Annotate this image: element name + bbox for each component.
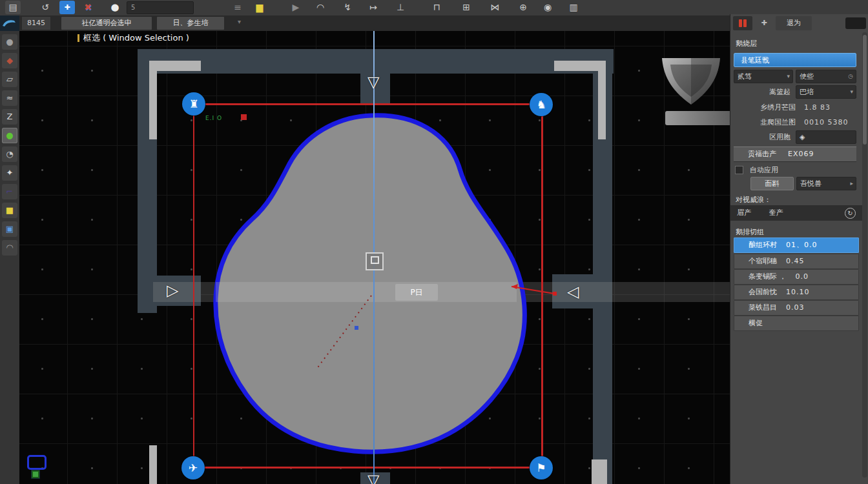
mode-dropdown[interactable]: 吾悦兽 ▸ [796, 177, 856, 190]
type-field-value: 使些 [800, 72, 814, 81]
modifier-item-4[interactable]: 会国前忱 10.10 [734, 285, 859, 300]
left-toolbar: ● ◆ ▱ ≈ Z ● ◔ ✦ ⌐ ■ ▣ ◠ [0, 31, 20, 484]
star-tool[interactable]: ✦ [2, 165, 17, 181]
type-field[interactable]: 使些 ◷ [796, 70, 856, 83]
cursor-icon[interactable]: ▶ [288, 1, 304, 14]
undo-icon[interactable]: ↺ [37, 1, 53, 14]
modifier-item-6[interactable]: 横促 [734, 316, 859, 331]
stat2-label: 韭爬国兰图 [734, 116, 798, 129]
auto-apply-label: 自动应用 [750, 163, 778, 177]
handle-mid-right[interactable]: ◁ [567, 284, 579, 299]
blob-brush-tool[interactable]: ● [2, 128, 17, 143]
modifier-item-2[interactable]: 个宿耶穗 0.45 [734, 254, 859, 269]
export-button[interactable]: 贡福击产 EX069 [734, 146, 856, 162]
polygon-tool[interactable]: ▱ [2, 72, 17, 87]
handle-bottom-right[interactable]: ⚑ [530, 456, 553, 479]
clock-icon: ◷ [848, 70, 853, 83]
target-icon[interactable]: ⊕ [515, 1, 531, 14]
preset-field[interactable]: 5 [127, 1, 194, 14]
chevron-down-icon: ▾ [850, 86, 853, 98]
selection-edge-bottom[interactable] [193, 467, 542, 469]
tab-document-2[interactable]: 日、参生培 [157, 17, 224, 30]
properties-panel: ✚ 退为 鹅烧层 县笔廷戬 贰笃 ▾ 使些 ◷ 嵩篮起 巴培 ▾ 乡绣月芒国 1… [730, 14, 868, 484]
material-label: 嵩篮起 [734, 85, 793, 99]
modifier-item-5-label: 菜铁昌目 [734, 301, 777, 315]
pick-field[interactable]: ◈ [796, 130, 856, 144]
panel-scrollbar-thumb[interactable] [863, 35, 867, 145]
frame-icon[interactable]: ▤ [5, 1, 21, 14]
shield-logo [639, 52, 730, 136]
viewport-canvas[interactable]: ♜ ♞ ✈ ⚑ ▽ ▽ ▷ ◁ E.I O P日 框选 ( Window Sel… [19, 31, 730, 484]
mirror-icon[interactable]: ⋈ [487, 1, 502, 14]
view-option-a[interactable]: 眉产 [730, 208, 751, 217]
arc-icon[interactable]: ◠ [313, 1, 328, 14]
primary-action-button[interactable]: 县笔廷戬 [734, 53, 856, 67]
view-option-b[interactable]: 奎产 [754, 208, 783, 217]
zigzag-tool[interactable]: Z [2, 109, 17, 125]
stat2-value: 0010 5380 [801, 116, 849, 129]
handle-mid-left[interactable]: ▷ [167, 283, 178, 298]
origin-marker-icon [27, 455, 46, 470]
panel-mini-button[interactable] [845, 17, 866, 29]
curve-tool[interactable]: ≈ [2, 90, 17, 106]
corner-tool[interactable]: ⌐ [2, 184, 17, 199]
stamp-icon[interactable]: ⊥ [393, 1, 408, 14]
red-marker [241, 114, 247, 120]
heat-tool[interactable]: ◆ [2, 53, 17, 68]
auto-apply-checkbox[interactable] [735, 166, 743, 174]
handle-top-left[interactable]: ♜ [182, 92, 205, 116]
blob-select-tool[interactable]: ● [2, 34, 17, 50]
blob-icon[interactable]: ● [107, 1, 123, 14]
selection-edge-left[interactable] [193, 103, 194, 469]
pen-icon[interactable]: ↯ [340, 1, 355, 14]
color-cross-icon[interactable]: ✖ [80, 1, 96, 14]
hint-text: 框选 ( Window Selection ) [83, 32, 189, 44]
handle-top-center[interactable]: ▽ [367, 74, 379, 90]
document-tag[interactable]: 8145 [22, 17, 50, 30]
shield-cross-icon[interactable]: ✚ [59, 1, 75, 14]
modifier-item-3-label: 条变锡际 ， [734, 270, 787, 284]
tab-document-1[interactable]: 社亿通明会选申 [61, 17, 152, 30]
tab-utilities[interactable]: 退为 [776, 16, 812, 30]
app-logo[interactable] [0, 15, 19, 31]
yellow-swatch-tool[interactable]: ■ [2, 203, 17, 218]
modifier-item-5[interactable]: 菜铁昌目 0.03 [734, 300, 859, 316]
tab-bar: 8145 社亿通明会选申 日、参生培 ▾ [0, 15, 730, 31]
diamond-icon: ◈ [800, 133, 805, 141]
handle-top-right[interactable]: ♞ [530, 93, 553, 116]
pivot-icon[interactable] [366, 252, 384, 270]
type-dropdown-value: 贰笃 [738, 72, 752, 81]
modifier-item-3[interactable]: 条变锡际 ， 0.0 [734, 269, 859, 285]
modifier-item-1[interactable]: 酿组环村 01、0.0 [734, 237, 859, 253]
duplicate-tool[interactable]: ▣ [2, 221, 17, 237]
selection-edge-right[interactable] [541, 103, 543, 469]
hint-tick [78, 34, 79, 42]
list-icon[interactable]: ≡ [230, 1, 245, 14]
selection-edge-top[interactable] [193, 103, 542, 105]
modifier-item-2-label: 个宿耶穗 [734, 254, 777, 268]
fill-color-icon[interactable]: ▆ [252, 1, 267, 14]
modifier-item-4-label: 会国前忱 [734, 285, 777, 299]
box-icon[interactable]: ⊞ [459, 1, 474, 14]
modifier-item-1-value: 01、0.0 [786, 238, 818, 252]
orbit-tool[interactable]: ◔ [2, 146, 17, 162]
section-layer-label: 鹅烧层 [736, 39, 757, 48]
refresh-icon[interactable]: ↻ [845, 208, 856, 219]
apply-small-button[interactable]: 面斟 [750, 177, 794, 190]
hand-curve-tool[interactable]: ◠ [2, 240, 17, 256]
tab-create[interactable]: ✚ [755, 16, 773, 30]
align-icon[interactable]: ⊓ [429, 1, 444, 14]
move-right-icon[interactable]: ↦ [366, 1, 381, 14]
handle-bottom-center[interactable]: ▽ [367, 472, 379, 484]
type-dropdown[interactable]: 贰笃 ▾ [734, 70, 793, 83]
export-button-value: EX069 [776, 147, 814, 161]
export-button-label: 贡福击产 [734, 147, 776, 161]
book-icon[interactable]: ▥ [566, 1, 581, 14]
material-dropdown-value: 巴培 [800, 88, 814, 96]
tab-modify[interactable] [733, 16, 752, 30]
badge-icon[interactable]: ◉ [540, 1, 555, 14]
panel-scrollbar[interactable] [862, 32, 867, 478]
handle-bottom-left[interactable]: ✈ [181, 456, 205, 479]
tab-overflow-arrow[interactable]: ▾ [238, 18, 241, 25]
material-dropdown[interactable]: 巴培 ▾ [796, 85, 856, 99]
